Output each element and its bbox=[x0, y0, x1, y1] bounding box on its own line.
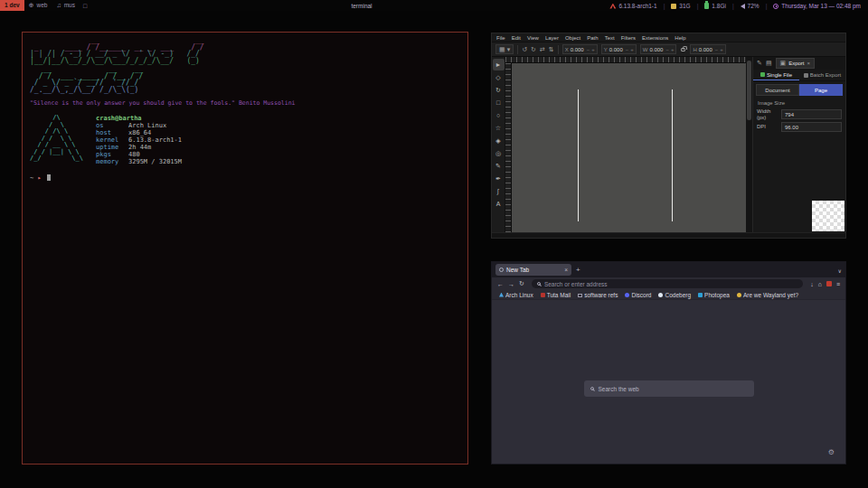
folder-icon bbox=[578, 294, 582, 297]
inkscape-window[interactable]: File Edit View Layer Object Path Text Fi… bbox=[491, 33, 846, 239]
url-bar[interactable]: Search or enter address bbox=[532, 279, 803, 288]
tab-single-file[interactable]: Single File bbox=[753, 70, 799, 80]
width-field-input[interactable]: 794 bbox=[781, 109, 842, 119]
pencil-tool[interactable]: ✎ bbox=[493, 160, 505, 172]
volume-icon bbox=[741, 4, 745, 9]
export-icon: ▣ bbox=[780, 60, 787, 67]
spin-plus-icon[interactable]: + bbox=[720, 47, 723, 52]
flip-vertical-icon[interactable]: ⇅ bbox=[549, 46, 554, 52]
menu-object[interactable]: Object bbox=[565, 35, 580, 41]
downloads-icon[interactable]: ↓ bbox=[810, 281, 814, 287]
browser-window[interactable]: New Tab × + ∨ ← → ↻ Search or enter addr… bbox=[491, 261, 846, 465]
width-spinbox[interactable]: W 0.000 − + bbox=[640, 44, 677, 54]
reload-icon[interactable]: ↻ bbox=[519, 280, 524, 287]
volume-module: 72% bbox=[741, 3, 760, 9]
workspace-tag-web[interactable]: ⊕ web bbox=[24, 0, 52, 11]
workspace-tag-mus[interactable]: ♫ mus bbox=[52, 0, 80, 11]
menu-extensions[interactable]: Extensions bbox=[642, 35, 668, 41]
grid-icon: ▦ bbox=[499, 46, 505, 52]
bookmark-are-we-wayland-yet[interactable]: Are we Wayland yet? bbox=[737, 292, 798, 298]
bookmarks-toolbar: Arch Linux Tuta Mail software refs Disco… bbox=[492, 290, 845, 300]
bookmark-codeberg[interactable]: Codeberg bbox=[658, 292, 691, 298]
calligraphy-tool[interactable]: ∫ bbox=[493, 185, 505, 197]
workspace-tag-dev[interactable]: 1 dev bbox=[0, 0, 24, 11]
star-tool[interactable]: ☆ bbox=[493, 122, 505, 134]
spin-minus-icon[interactable]: − bbox=[626, 47, 629, 52]
layout-indicator-icon[interactable]: □ bbox=[80, 3, 90, 9]
close-icon[interactable]: × bbox=[807, 61, 810, 66]
shell-prompt[interactable]: ~ ▸ bbox=[30, 174, 460, 182]
document-button[interactable]: Document bbox=[756, 84, 799, 96]
x-coordinate-spinbox[interactable]: X 0.000 − + bbox=[562, 44, 598, 54]
shape-builder-tool[interactable]: ↻ bbox=[493, 84, 505, 96]
menu-edit[interactable]: Edit bbox=[512, 35, 521, 41]
menu-path[interactable]: Path bbox=[587, 35, 598, 41]
inkscape-canvas[interactable] bbox=[512, 63, 746, 232]
browser-tab[interactable]: New Tab × bbox=[495, 264, 571, 276]
back-icon[interactable]: ← bbox=[497, 281, 504, 287]
menu-view[interactable]: View bbox=[527, 35, 539, 41]
globe-icon bbox=[499, 267, 504, 272]
menu-hamburger-icon[interactable]: ≡ bbox=[836, 281, 840, 287]
personalize-gear-icon[interactable]: ⚙ bbox=[828, 448, 835, 456]
menu-text[interactable]: Text bbox=[605, 35, 615, 41]
selector-tool[interactable]: ► bbox=[493, 59, 505, 70]
bookmark-arch-linux[interactable]: Arch Linux bbox=[499, 292, 533, 298]
export-dialog-tab[interactable]: ▣ Export × bbox=[776, 58, 815, 69]
tab-batch-export[interactable]: Batch Export bbox=[799, 70, 845, 80]
text-tool[interactable]: A bbox=[493, 198, 505, 210]
page-border-right bbox=[672, 89, 673, 221]
extension-icon[interactable] bbox=[826, 281, 832, 286]
flip-horizontal-icon[interactable]: ⇄ bbox=[540, 46, 545, 52]
terminal-window[interactable]: __ __ _ ____ / /______ __ _ ___ / / | | … bbox=[22, 32, 468, 465]
lock-ratio-icon[interactable] bbox=[681, 48, 685, 52]
menu-layer[interactable]: Layer bbox=[545, 35, 559, 41]
separator: | bbox=[664, 3, 665, 9]
box3d-tool[interactable]: ◈ bbox=[493, 135, 505, 146]
node-tool[interactable]: ◇ bbox=[493, 71, 505, 83]
dpi-field-input[interactable]: 96.00 bbox=[781, 122, 842, 132]
horizontal-ruler bbox=[505, 57, 746, 63]
spiral-tool[interactable]: ◎ bbox=[493, 147, 505, 159]
home-icon[interactable]: ⌂ bbox=[818, 281, 822, 287]
bookmark-folder-software-refs[interactable]: software refs bbox=[578, 292, 618, 298]
scrollbar-thumb[interactable] bbox=[747, 61, 751, 120]
menu-file[interactable]: File bbox=[496, 35, 505, 41]
fetch-row-kernel: kernel6.13.8-arch1-1 bbox=[96, 136, 182, 144]
rotate-ccw-icon[interactable]: ↺ bbox=[522, 46, 527, 52]
fetch-row-pkgs: pkgs480 bbox=[96, 151, 182, 158]
rotate-cw-icon[interactable]: ↻ bbox=[531, 46, 536, 52]
pen-tool[interactable]: ✒ bbox=[493, 173, 505, 184]
spin-minus-icon[interactable]: − bbox=[665, 47, 669, 52]
new-tab-button[interactable]: + bbox=[576, 266, 580, 274]
spin-plus-icon[interactable]: + bbox=[591, 47, 595, 52]
layers-dialog-icon[interactable]: ▤ bbox=[766, 60, 772, 67]
menu-help[interactable]: Help bbox=[675, 35, 685, 41]
selection-mode-dropdown[interactable]: ▦ ▾ bbox=[495, 44, 514, 54]
spin-minus-icon[interactable]: − bbox=[715, 47, 719, 52]
ellipse-tool[interactable]: ○ bbox=[493, 109, 505, 121]
clock-module: Thursday, Mar 13 — 02:48 pm bbox=[773, 3, 861, 9]
batch-image-icon bbox=[804, 73, 808, 78]
fetch-user-host: crash@bartha bbox=[96, 115, 182, 122]
spin-minus-icon[interactable]: − bbox=[587, 47, 590, 52]
bookmark-discord[interactable]: Discord bbox=[625, 292, 651, 298]
web-search-input[interactable]: Search the web bbox=[584, 380, 754, 397]
objects-dialog-icon[interactable]: ✎ bbox=[757, 60, 762, 67]
system-fetch-output: /\ / \ / /\ \ / / \ \ / / __ \ \ / / |__… bbox=[30, 115, 460, 165]
page-button[interactable]: Page bbox=[799, 84, 843, 96]
bookmark-tuta-mail[interactable]: Tuta Mail bbox=[541, 292, 571, 298]
spin-plus-icon[interactable]: + bbox=[630, 47, 634, 52]
forward-icon[interactable]: → bbox=[508, 281, 514, 287]
toolbar-separator bbox=[558, 45, 559, 54]
y-coordinate-spinbox[interactable]: Y 0.000 − + bbox=[601, 44, 637, 54]
spin-plus-icon[interactable]: + bbox=[671, 47, 675, 52]
height-spinbox[interactable]: H 0.000 − + bbox=[690, 44, 725, 54]
rectangle-tool[interactable]: □ bbox=[493, 97, 505, 108]
separator: | bbox=[732, 3, 734, 9]
bookmark-photopea[interactable]: Photopea bbox=[698, 292, 730, 298]
list-tabs-chevron-icon[interactable]: ∨ bbox=[838, 267, 842, 274]
close-tab-icon[interactable]: × bbox=[564, 267, 568, 273]
canvas-vertical-scrollbar[interactable] bbox=[746, 57, 752, 232]
menu-filters[interactable]: Filters bbox=[621, 35, 636, 41]
